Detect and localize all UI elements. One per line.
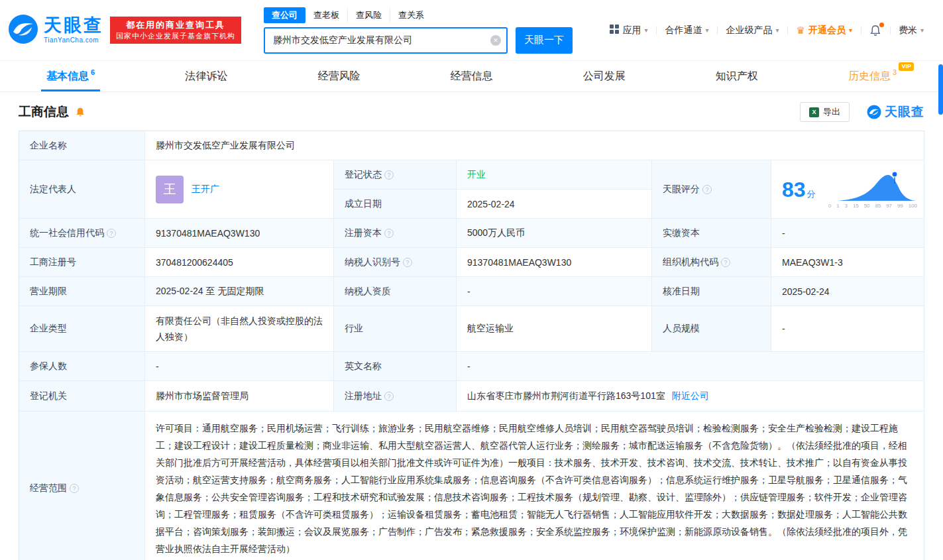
tab-basic-info-count: 6 xyxy=(91,68,95,76)
field-value-company-name: 滕州市交发低空产业发展有限公司 xyxy=(145,131,924,160)
tab-operating-info[interactable]: 经营信息 xyxy=(443,61,501,91)
table-row: 企业类型 有限责任公司（非自然人投资或控股的法人独资） 行业 航空运输业 人员规… xyxy=(19,306,924,352)
field-label-company-name: 企业名称 xyxy=(19,131,145,160)
tab-history-info-count: 3 xyxy=(893,68,897,76)
search-input[interactable] xyxy=(264,27,508,54)
field-value-staff-size: - xyxy=(771,306,924,352)
menu-cooperation-label: 合作通道 xyxy=(665,25,702,36)
tab-history-info[interactable]: 历史信息 3 VIP xyxy=(840,61,905,91)
field-value-uscc: 91370481MAEAQ3W130 xyxy=(145,219,334,248)
field-label-reg-authority: 登记机关 xyxy=(19,381,145,412)
field-value-reg-authority: 滕州市市场监督管理局 xyxy=(145,381,334,412)
notification-dot xyxy=(879,23,884,27)
help-icon[interactable]: ? xyxy=(70,484,79,493)
field-value-reg-address: 山东省枣庄市滕州市荆河街道平行路163号101室 附近公司 xyxy=(457,381,924,412)
search-button[interactable]: 天眼一下 xyxy=(516,27,573,54)
field-label-company-type: 企业类型 xyxy=(19,306,145,352)
menu-enterprise-label: 企业级产品 xyxy=(726,25,772,36)
field-value-tianyan-score: 83分 0131550859799100 xyxy=(771,160,924,219)
field-label-business-scope: 经营范围 ? xyxy=(19,412,145,560)
search-tab-risk[interactable]: 查风险 xyxy=(347,7,390,23)
field-label-industry: 行业 xyxy=(334,306,457,352)
help-icon[interactable]: ? xyxy=(107,229,116,238)
field-label-uscc: 统一社会信用代码 ? xyxy=(19,219,145,248)
user-menu[interactable]: 费米 ▾ xyxy=(890,25,932,36)
table-row: 统一社会信用代码 ? 91370481MAEAQ3W130 注册资本 ? 500… xyxy=(19,219,924,248)
table-row: 企业名称 滕州市交发低空产业发展有限公司 xyxy=(19,131,924,160)
tianyancha-logo-icon xyxy=(8,14,38,47)
table-row: 登记机关 滕州市市场监督管理局 注册地址 ? 山东省枣庄市滕州市荆河街道平行路1… xyxy=(19,381,924,412)
legal-rep-link[interactable]: 王开广 xyxy=(192,184,219,196)
help-icon[interactable]: ? xyxy=(721,258,730,267)
chevron-down-icon: ▾ xyxy=(644,27,647,34)
field-label-english-name: 英文名称 xyxy=(334,352,457,381)
help-icon[interactable]: ? xyxy=(702,185,712,194)
search-tab-relation[interactable]: 查关系 xyxy=(390,7,432,23)
tab-history-info-label: 历史信息 xyxy=(848,70,891,84)
nearby-companies-link[interactable]: 附近公司 xyxy=(672,390,709,402)
tab-basic-info[interactable]: 基本信息 6 xyxy=(38,61,103,91)
status-date-subtable: 登记状态 ? 开业 成立日期 2025-02-24 xyxy=(334,160,652,219)
help-icon[interactable]: ? xyxy=(384,170,394,180)
field-value-reg-status: 开业 xyxy=(457,160,652,190)
clear-search-icon[interactable]: ✕ xyxy=(490,35,501,46)
search-type-tabs: 查公司 查老板 查风险 查关系 xyxy=(264,7,573,23)
tab-company-development[interactable]: 公司发展 xyxy=(575,61,634,91)
export-button[interactable]: X 导出 xyxy=(800,102,850,122)
field-value-approval-date: 2025-02-24 xyxy=(771,277,924,306)
tab-operating-risk[interactable]: 经营风险 xyxy=(309,61,368,91)
field-label-legal-rep: 法定代表人 xyxy=(19,160,145,219)
menu-enterprise-products[interactable]: 企业级产品 ▾ xyxy=(717,25,787,36)
logo-domain: TianYanCha.com xyxy=(44,37,103,44)
field-label-est-date: 成立日期 xyxy=(334,190,457,219)
tianyancha-logo[interactable]: 天眼查 TianYanCha.com xyxy=(8,14,103,47)
field-value-taxpayer-quality: - xyxy=(457,277,652,306)
promo-badge: 都在用的商业查询工具 国家中小企业发展子基金旗下机构 xyxy=(110,17,241,44)
section-title: 工商信息 xyxy=(19,103,69,121)
tab-intellectual-property[interactable]: 知识产权 xyxy=(708,61,766,91)
search-tab-company[interactable]: 查公司 xyxy=(264,7,305,23)
chevron-down-icon: ▾ xyxy=(775,27,779,34)
field-label-staff-size: 人员规模 xyxy=(652,306,771,352)
field-label-term: 营业期限 xyxy=(19,277,145,306)
chevron-down-icon: ▾ xyxy=(705,27,708,34)
tab-basic-info-label: 基本信息 xyxy=(46,70,89,84)
username: 费米 xyxy=(899,25,917,36)
menu-apps-label: 应用 xyxy=(622,25,641,36)
apps-grid-icon xyxy=(610,25,619,36)
field-value-industry: 航空运输业 xyxy=(457,306,652,352)
export-label: 导出 xyxy=(823,106,840,118)
crown-icon: ♛ xyxy=(796,25,804,36)
field-label-reg-address: 注册地址 ? xyxy=(334,381,457,412)
search-area: 查公司 查老板 查风险 查关系 ✕ 天眼一下 xyxy=(264,7,573,54)
table-row: 法定代表人 王 王开广 登记状态 ? 开业 成立日期 2025-02-24 天眼… xyxy=(19,160,924,219)
scrollbar-thumb[interactable] xyxy=(938,64,943,115)
subscribe-bell-icon[interactable] xyxy=(75,107,85,117)
menu-open-membership[interactable]: ♛ 开通会员 ▾ xyxy=(787,25,860,36)
search-tab-boss[interactable]: 查老板 xyxy=(305,7,347,23)
field-label-reg-no: 工商注册号 xyxy=(19,248,145,277)
field-value-term: 2025-02-24 至 无固定期限 xyxy=(145,277,334,306)
score-axis-ticks: 0131550859799100 xyxy=(828,203,917,209)
tab-legal-proceedings[interactable]: 法律诉讼 xyxy=(177,61,235,91)
top-menu: 应用 ▾ 合作通道 ▾ 企业级产品 ▾ ♛ 开通会员 ▾ 费米 xyxy=(601,25,932,36)
field-label-taxpayer-id: 纳税人识别号 ? xyxy=(334,248,457,277)
help-icon[interactable]: ? xyxy=(384,392,394,401)
field-value-est-date: 2025-02-24 xyxy=(457,190,652,219)
business-info-table: 企业名称 滕州市交发低空产业发展有限公司 法定代表人 王 王开广 登记状态 ? … xyxy=(19,131,924,560)
score-unit: 分 xyxy=(807,189,816,199)
chevron-down-icon: ▾ xyxy=(920,27,924,34)
table-row: 参保人数 - 英文名称 - xyxy=(19,352,924,381)
help-icon[interactable]: ? xyxy=(384,229,394,238)
notifications-button[interactable] xyxy=(861,25,890,36)
help-icon[interactable]: ? xyxy=(403,258,412,267)
logo-text: 天眼查 xyxy=(44,17,103,34)
tianyancha-watermark-icon xyxy=(867,105,881,119)
menu-cooperation[interactable]: 合作通道 ▾ xyxy=(656,25,717,36)
vip-badge: VIP xyxy=(899,62,914,71)
field-value-english-name: - xyxy=(457,352,924,381)
menu-apps[interactable]: 应用 ▾ xyxy=(601,25,656,36)
tab-operating-risk-label: 经营风险 xyxy=(317,70,360,84)
field-label-approval-date: 核准日期 xyxy=(652,277,771,306)
promo-line2: 国家中小企业发展子基金旗下机构 xyxy=(116,32,235,40)
